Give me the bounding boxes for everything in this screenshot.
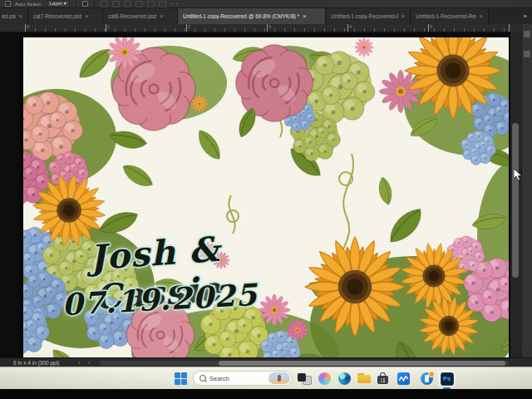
tab-cat7-recovered[interactable]: cat7-Recovered.psd × — [28, 8, 103, 24]
phone-link-button[interactable] — [420, 372, 434, 386]
task-view-button[interactable] — [298, 372, 312, 386]
search-highlight-thumbnail — [268, 372, 290, 384]
file-explorer-button[interactable] — [357, 372, 371, 386]
tab-cat8-recovered[interactable]: cat8-Recovered.psd × — [103, 8, 178, 24]
task-view-icon — [298, 372, 312, 385]
media-app-button[interactable] — [397, 372, 411, 386]
panel-icon[interactable] — [524, 31, 530, 37]
tab-untitled-1-copy-recovered-recovered[interactable]: Untitled-1 copy-Recovered-Recovered × — [326, 8, 411, 24]
options-separator — [76, 1, 76, 7]
search-input[interactable]: Search — [193, 371, 293, 386]
tab-untitled-1-recovered-recovered[interactable]: Untitled-1-Recovered-Recovered × — [411, 8, 489, 24]
phone-link-icon — [421, 372, 433, 385]
align-middle-icon[interactable] — [147, 1, 155, 7]
microsoft-store-button[interactable] — [376, 372, 390, 386]
horizontal-scrollbar[interactable] — [100, 361, 509, 366]
windows-logo-icon — [175, 372, 187, 385]
close-icon[interactable]: × — [303, 12, 306, 20]
file-explorer-icon — [357, 373, 371, 384]
auto-select-layer-dropdown[interactable]: Layer ▾ — [47, 0, 70, 7]
document-tab-bar: ed.psd × cat7-Recovered.psd × cat8-Recov… — [0, 8, 532, 25]
close-icon[interactable]: × — [480, 12, 483, 20]
copilot-button[interactable] — [318, 372, 332, 386]
auto-select-label: Auto-Select: — [15, 2, 42, 7]
copilot-icon — [318, 372, 331, 385]
photoshop-button[interactable]: Ps — [440, 372, 454, 386]
horizontal-scrollbar-thumb[interactable] — [219, 361, 505, 366]
start-button[interactable] — [174, 372, 188, 386]
top-ruler: 0 1 2 3 4 5 — [0, 24, 532, 32]
search-icon — [200, 375, 206, 382]
align-right-icon[interactable] — [124, 1, 131, 7]
close-icon[interactable]: × — [85, 12, 88, 20]
align-bottom-icon[interactable] — [159, 1, 166, 7]
options-overflow-icon[interactable]: ··· — [170, 1, 179, 7]
screen-bezel — [0, 389, 532, 399]
ps-options-bar: Auto-Select: Layer ▾ ··· — [0, 0, 532, 8]
close-icon[interactable]: × — [19, 12, 22, 20]
microsoft-store-icon — [377, 372, 389, 385]
vertical-scrollbar[interactable] — [510, 32, 521, 357]
options-separator — [94, 1, 95, 7]
auto-select-checkbox[interactable] — [5, 1, 11, 7]
photoshop-icon: Ps — [441, 372, 454, 386]
media-app-icon — [397, 372, 410, 385]
vertical-scrollbar-thumb[interactable] — [512, 123, 519, 278]
auto-select-value: Layer — [50, 1, 62, 7]
close-icon[interactable]: × — [401, 12, 405, 20]
show-transform-controls-checkbox[interactable] — [82, 1, 88, 7]
tab-overflow-icon[interactable]: » — [519, 8, 532, 24]
tab-ed-psd[interactable]: ed.psd × — [0, 8, 28, 24]
chevron-down-icon: ▾ — [64, 1, 66, 7]
collapsed-panel-strip — [521, 24, 532, 357]
ps-workarea: 0 1 2 3 4 5 — [0, 24, 532, 357]
edge-button[interactable] — [337, 372, 352, 386]
screen-photo: Auto-Select: Layer ▾ ··· ed.psd × cat7-R… — [0, 0, 532, 399]
align-center-icon[interactable] — [112, 1, 120, 7]
edge-icon — [338, 372, 351, 385]
status-expand-icon[interactable]: › — [78, 360, 80, 366]
document-size-info: 6 in x 4 in (300 ppi) — [13, 360, 59, 366]
ps-status-bar: 6 in x 4 in (300 ppi) › ‹ — [0, 357, 532, 367]
document-canvas[interactable]: Josh & Cassie 07.19.2025 — [23, 37, 509, 357]
status-collapse-icon[interactable]: ‹ — [88, 360, 90, 366]
notification-dot — [428, 371, 435, 377]
mouse-cursor — [514, 169, 524, 181]
panel-icon[interactable] — [524, 51, 530, 57]
tab-untitled-1-copy-recovered-active[interactable]: Untitled-1 copy-Recovered @ 69.8% (CMYK/… — [178, 8, 326, 24]
windows-taskbar: Search — [0, 367, 532, 389]
align-left-icon[interactable] — [101, 1, 108, 7]
align-top-icon[interactable] — [135, 1, 143, 7]
close-icon[interactable]: × — [160, 12, 163, 20]
